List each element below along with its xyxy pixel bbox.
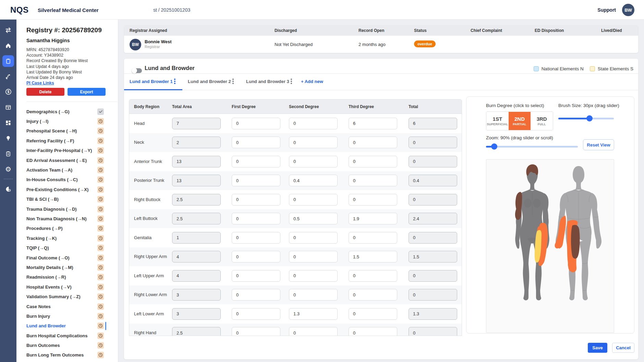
sidebar-item[interactable]: Referring Facility (→F) [16, 136, 118, 145]
first-degree-input[interactable] [232, 213, 280, 224]
sidebar-item[interactable]: TBI & SCI (→B) [16, 195, 118, 204]
third-degree-input[interactable] [349, 327, 397, 336]
zoom-slider[interactable] [486, 143, 578, 150]
first-degree-input[interactable] [232, 289, 280, 301]
brush-size-label: Brush Size: 30px (drag slider) [558, 103, 619, 108]
calendar-icon[interactable] [0, 100, 16, 115]
sidebar-item[interactable]: Case Notes [16, 302, 118, 311]
body-map-canvas[interactable] [486, 159, 614, 333]
first-degree-input[interactable] [232, 137, 280, 148]
first-degree-input[interactable] [232, 194, 280, 206]
first-degree-input[interactable] [232, 118, 280, 129]
third-degree-input[interactable] [349, 156, 397, 167]
second-degree-input[interactable] [289, 232, 338, 244]
second-degree-input[interactable] [289, 175, 338, 186]
second-degree-input[interactable] [289, 327, 338, 336]
third-degree-input[interactable] [349, 308, 397, 320]
sidebar-item[interactable]: Pre-Existing Conditions (→X) [16, 185, 118, 194]
second-degree-input[interactable] [289, 118, 338, 129]
save-button[interactable]: Save [588, 343, 607, 353]
sidebar-item[interactable]: Burn Outcomes [16, 340, 118, 350]
third-degree-input[interactable] [349, 213, 397, 224]
sidebar-item[interactable]: Mortality Details (→M) [16, 262, 118, 272]
first-degree-input[interactable] [232, 232, 280, 244]
degree-2nd-button[interactable]: 2NDPARTIAL [509, 112, 531, 130]
sidebar-item[interactable]: Tracking (→K) [16, 233, 118, 243]
second-degree-input[interactable] [289, 137, 338, 148]
home-icon[interactable] [0, 38, 16, 53]
section-toggle[interactable] [132, 68, 142, 73]
tab1-menu-icon[interactable] [174, 79, 175, 85]
second-degree-input[interactable] [289, 213, 338, 224]
brush-size-slider[interactable] [558, 115, 614, 121]
add-new-tab-button[interactable]: + Add new [301, 79, 323, 84]
delete-button[interactable]: Delete [26, 88, 64, 96]
sidebar-item[interactable]: Demographics (→G) [16, 107, 118, 116]
second-degree-input[interactable] [289, 156, 338, 167]
sidebar-item[interactable]: Burn Hospital Complications [16, 331, 118, 340]
first-degree-input[interactable] [232, 251, 280, 262]
sidebar-item[interactable]: Trauma Diagnosis (→D) [16, 204, 118, 214]
degree-1st-button[interactable]: 1STSUPERFICIAL [486, 112, 509, 130]
sidebar-item[interactable]: Lund and Browder [16, 321, 118, 331]
sidebar-item[interactable]: Injury (→I) [16, 116, 118, 126]
registry-icon-active[interactable] [0, 53, 16, 69]
sidebar-item[interactable]: Activation Team (→A) [16, 165, 118, 175]
second-degree-input[interactable] [289, 289, 338, 301]
billing-icon[interactable]: $ [0, 84, 16, 100]
sidebar-item[interactable]: ED Arrival Assessment (→E) [16, 155, 118, 165]
sidebar-item[interactable]: In-House Consults (→C) [16, 175, 118, 185]
idea-icon[interactable] [0, 130, 16, 146]
state-elements-checkbox[interactable] [590, 66, 595, 71]
first-degree-input[interactable] [232, 156, 280, 167]
third-degree-input[interactable] [349, 175, 397, 186]
sidebar-item[interactable]: Readmission (→R) [16, 272, 118, 282]
first-degree-input[interactable] [232, 270, 280, 282]
sidebar-item[interactable]: Non Trauma Diagnosis (→N) [16, 214, 118, 223]
third-degree-input[interactable] [349, 232, 397, 244]
export-button[interactable]: Export [68, 88, 106, 96]
second-degree-input[interactable] [289, 308, 338, 320]
night-mode-icon[interactable] [0, 181, 16, 197]
sidebar-item[interactable]: Procedures (→P) [16, 224, 118, 233]
second-degree-input[interactable] [289, 251, 338, 262]
sidebar-item[interactable]: TQIP (→Q) [16, 243, 118, 253]
degree-3rd-button[interactable]: 3RDFULL [531, 112, 553, 130]
sidebar-item[interactable]: Burn Injury [16, 311, 118, 321]
sidebar-item[interactable]: Burn Long Term Outcomes [16, 350, 118, 360]
transfer-icon[interactable] [0, 22, 16, 38]
tab-lund-browder-1[interactable]: Lund and Browder 1 [130, 79, 173, 84]
third-degree-input[interactable] [349, 251, 397, 262]
third-degree-input[interactable] [349, 289, 397, 301]
route-icon[interactable] [0, 69, 16, 84]
tab2-menu-icon[interactable] [232, 79, 234, 85]
first-degree-input[interactable] [232, 308, 280, 320]
second-degree-input[interactable] [289, 270, 338, 282]
pi-case-links[interactable]: PI Case Links [26, 81, 54, 85]
dashboard-icon[interactable] [0, 115, 16, 130]
first-degree-input[interactable] [232, 327, 280, 336]
second-degree-input[interactable] [289, 194, 338, 206]
cancel-button[interactable]: Cancel [612, 343, 634, 353]
sidebar-item[interactable]: Hospital Events (→V) [16, 282, 118, 292]
settings-icon[interactable]: ⚙ [0, 161, 16, 177]
col-registrar-assigned: Registrar Assigned [130, 28, 167, 33]
first-degree-input[interactable] [232, 175, 280, 186]
tasks-icon[interactable] [0, 146, 16, 161]
tab3-menu-icon[interactable] [291, 79, 292, 85]
third-degree-input[interactable] [349, 270, 397, 282]
nqs-logo[interactable]: NQS [10, 5, 29, 15]
sidebar-item[interactable]: Final Outcome (→O) [16, 253, 118, 262]
third-degree-input[interactable] [349, 194, 397, 206]
tab-lund-browder-2[interactable]: Lund and Browder 2 [188, 79, 231, 84]
support-link[interactable]: Support [597, 7, 616, 13]
sidebar-item[interactable]: Inter-Facility Pre-Hospital (→Y) [16, 146, 118, 155]
tab-lund-browder-3[interactable]: Lund and Browder 3 [246, 79, 289, 84]
sidebar-item[interactable]: Validation Summary (→Z) [16, 292, 118, 301]
reset-view-button[interactable]: Reset View [583, 139, 614, 150]
third-degree-input[interactable] [349, 137, 397, 148]
sidebar-item[interactable]: Prehospital Scene (→H) [16, 126, 118, 136]
third-degree-input[interactable] [349, 118, 397, 129]
user-avatar[interactable]: BW [622, 4, 634, 16]
national-elements-checkbox[interactable] [534, 66, 539, 71]
